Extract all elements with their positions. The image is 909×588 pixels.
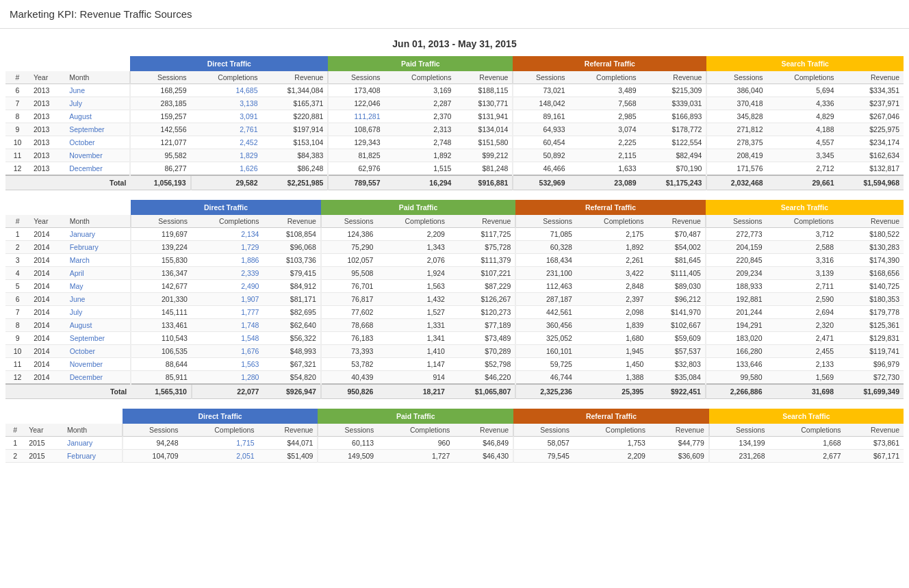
table-row: 72014July145,1111,777$82,69577,6021,527$… (5, 306, 904, 319)
month-link[interactable]: July (69, 99, 82, 107)
table-row: 42014April136,3472,339$79,41595,5081,924… (5, 267, 904, 280)
table-row: 92014September110,5431,548$56,32276,1831… (5, 332, 904, 345)
table-row: 62013June168,25914,685$1,344,084173,4083… (5, 84, 904, 97)
month-link[interactable]: September (70, 334, 105, 342)
table-row: 122013December86,2771,626$86,24862,9761,… (5, 162, 904, 176)
month-link[interactable]: March (70, 256, 90, 264)
month-link[interactable]: February (70, 243, 99, 251)
month-link[interactable]: October (70, 347, 95, 355)
page-header: Marketing KPI: Revenue Traffic Sources (0, 0, 909, 29)
month-link[interactable]: February (67, 452, 96, 460)
date-range: Jun 01, 2013 - May 31, 2015 (0, 29, 909, 56)
month-link[interactable]: June (69, 86, 85, 94)
month-link[interactable]: August (70, 321, 92, 329)
table-row: 32014March155,8301,886$103,736102,0572,0… (5, 254, 904, 267)
table-row: 12014January119,6972,134$108,854124,3862… (5, 228, 904, 241)
table-row: 82013August159,2573,091$220,881111,2812,… (5, 110, 904, 123)
table-row: 92013September142,5562,761$197,914108,67… (5, 123, 904, 136)
month-link[interactable]: May (70, 282, 84, 290)
month-link[interactable]: November (70, 360, 103, 368)
table-row: 22014February139,2241,729$96,06875,2901,… (5, 241, 904, 254)
month-link[interactable]: June (70, 295, 86, 303)
month-link[interactable]: August (69, 112, 92, 120)
table-row: 62014June201,3301,907$81,17176,8171,432$… (5, 293, 904, 306)
month-link[interactable]: November (69, 151, 102, 159)
month-link[interactable]: December (69, 164, 102, 172)
total-row: Total1,565,31022,077$926,947950,82618,21… (5, 384, 904, 399)
content: Direct TrafficPaid TrafficReferral Traff… (0, 56, 909, 463)
table-section-2013: Direct TrafficPaid TrafficReferral Traff… (5, 56, 904, 190)
table-row: 122014December85,9111,280$54,82040,43991… (5, 371, 904, 385)
month-link[interactable]: April (70, 269, 84, 277)
month-link[interactable]: July (70, 308, 83, 316)
table-row: 12015January94,2481,715$44,07160,113960$… (5, 437, 904, 450)
month-link[interactable]: October (69, 138, 94, 146)
month-link[interactable]: December (70, 373, 103, 381)
month-link[interactable]: January (70, 230, 95, 238)
table-row: 102014October106,5351,676$48,99373,3931,… (5, 345, 904, 358)
table-row: 112013November95,5821,829$84,38381,8251,… (5, 149, 904, 162)
table-section-2014: Direct TrafficPaid TrafficReferral Traff… (5, 200, 904, 399)
table-section-2015: Direct TrafficPaid TrafficReferral Traff… (5, 409, 904, 463)
month-link[interactable]: September (69, 125, 104, 133)
table-row: 22015February104,7092,051$51,409149,5091… (5, 450, 904, 463)
table-row: 102013October121,0772,452$153,104129,343… (5, 136, 904, 149)
total-row: Total1,056,19329,582$2,251,985789,55716,… (5, 175, 904, 190)
table-row: 72013July283,1853,138$165,371122,0462,28… (5, 97, 904, 110)
page-title: Marketing KPI: Revenue Traffic Sources (0, 0, 909, 29)
table-row: 112014November88,6441,563$67,32153,7821,… (5, 358, 904, 371)
table-row: 52014May142,6772,490$84,91276,7011,563$8… (5, 280, 904, 293)
table-row: 82014August133,4611,748$62,64078,6681,33… (5, 319, 904, 332)
month-link[interactable]: January (67, 439, 92, 447)
